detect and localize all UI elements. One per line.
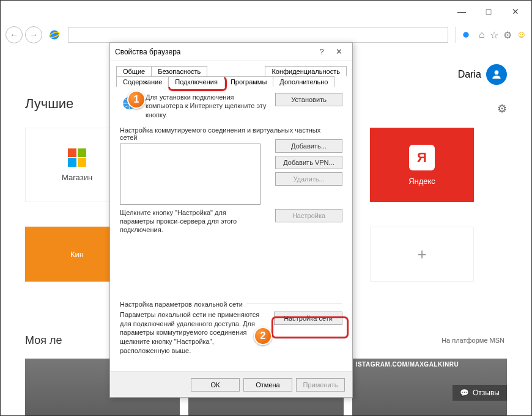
lan-group-label: Настройка параметров локальной сети <box>120 301 342 308</box>
internet-options-dialog: Свойства браузера ? ✕ Общие Безопасность… <box>109 42 353 398</box>
dialog-body: Для установки подключения компьютера к И… <box>110 87 352 356</box>
tile-label: Кин <box>70 250 84 259</box>
avatar-icon <box>486 64 507 85</box>
feedback-smile-icon[interactable]: ☺ <box>517 29 526 40</box>
yandex-logo-icon: Я <box>409 145 435 170</box>
user-name: Daria <box>458 69 481 80</box>
section-my-feed: Моя ле <box>25 334 62 347</box>
add-connection-button[interactable]: Добавить... <box>275 139 342 153</box>
feedback-button[interactable]: 💬 Отзывы <box>453 385 507 401</box>
lan-settings-button[interactable]: Настройка сети <box>274 312 342 325</box>
msn-platform-label: На платформе MSN <box>441 337 504 344</box>
lan-description: Параметры локальной сети не применяются … <box>120 310 260 356</box>
microsoft-logo-icon <box>68 148 86 167</box>
ie-tab-icon <box>462 31 470 39</box>
address-bar[interactable] <box>68 27 448 43</box>
tile-add[interactable]: + <box>370 227 474 282</box>
add-vpn-button[interactable]: Добавить VPN... <box>275 156 342 169</box>
dialog-footer: ОК Отмена Применить <box>110 371 352 397</box>
window-minimize[interactable]: — <box>448 3 475 20</box>
dialog-tabs: Общие Безопасность Конфиденциальность Со… <box>116 66 346 87</box>
proxy-hint: Щелкните кнопку "Настройка" для параметр… <box>120 208 260 235</box>
feedback-label: Отзывы <box>473 389 500 397</box>
dialog-help-button[interactable]: ? <box>313 47 330 56</box>
svg-point-3 <box>495 70 499 75</box>
tab-advanced[interactable]: Дополнительно <box>273 76 334 87</box>
apply-button[interactable]: Применить <box>296 378 345 392</box>
settings-gear-icon[interactable]: ⚙ <box>503 29 512 41</box>
user-badge[interactable]: Daria <box>458 64 507 85</box>
favorites-icon[interactable]: ☆ <box>490 29 498 41</box>
dialog-title: Свойства браузера <box>115 48 181 56</box>
tile-yandex[interactable]: Я Яндекс <box>370 128 474 202</box>
svg-point-0 <box>50 31 59 40</box>
cancel-button[interactable]: Отмена <box>243 378 292 392</box>
tab-content[interactable]: Содержание <box>116 76 169 87</box>
ie-logo-icon <box>48 29 61 41</box>
setup-button[interactable]: Установить <box>275 93 342 106</box>
dialog-titlebar: Свойства браузера ? ✕ <box>110 43 352 61</box>
page-settings-icon[interactable]: ⚙ <box>497 102 507 115</box>
tile-label: Яндекс <box>408 177 435 186</box>
back-button[interactable]: ← <box>6 26 23 43</box>
home-icon[interactable]: ⌂ <box>479 29 485 40</box>
new-tab-button[interactable] <box>456 27 476 43</box>
svg-point-2 <box>464 32 469 37</box>
tab-privacy[interactable]: Конфиденциальность <box>265 66 347 76</box>
connections-listbox[interactable] <box>120 144 260 205</box>
setup-description: Для установки подключения компьютера к И… <box>146 93 270 119</box>
ok-button[interactable]: ОК <box>191 378 240 392</box>
connection-settings-button[interactable]: Настройка <box>275 209 342 222</box>
tab-general[interactable]: Общие <box>116 66 152 76</box>
annotation-badge-1: 1 <box>127 90 146 109</box>
delete-connection-button[interactable]: Удалить... <box>275 172 342 186</box>
tab-security[interactable]: Безопасность <box>151 66 207 76</box>
window-close[interactable]: ✕ <box>502 3 529 20</box>
window-titlebar: — □ ✕ <box>1 1 531 23</box>
tab-programs[interactable]: Программы <box>224 76 273 87</box>
forward-button[interactable]: → <box>25 26 42 43</box>
annotation-badge-2: 2 <box>254 327 272 345</box>
tab-connections[interactable]: Подключения <box>168 76 224 87</box>
tile-label: Магазин <box>62 173 92 182</box>
dialog-close-button[interactable]: ✕ <box>330 47 347 56</box>
chat-icon: 💬 <box>460 389 469 397</box>
window-maximize[interactable]: □ <box>475 3 502 20</box>
